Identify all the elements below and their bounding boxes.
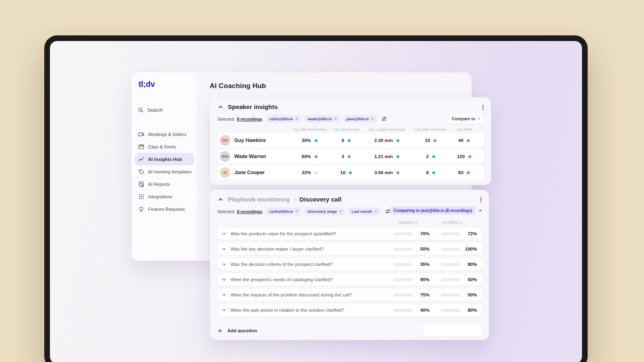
kebab-menu-icon[interactable] xyxy=(478,197,484,203)
speaker-insights-title: Speaker insights xyxy=(228,103,278,111)
sidebar-item-label: Clips & Reels xyxy=(148,144,176,149)
status-dot xyxy=(433,139,436,142)
chevron-down-icon[interactable] xyxy=(222,308,227,313)
kebab-menu-icon[interactable] xyxy=(480,104,486,111)
add-question-label: Add question xyxy=(227,328,257,333)
question-row[interactable]: Was the products value for the prospect … xyxy=(217,228,482,240)
table-row[interactable]: JC Jane Cooper 32% 10 3.56 min 8 83 xyxy=(217,165,484,180)
recordings-link[interactable]: 8 recordings xyxy=(237,117,262,121)
status-dot xyxy=(469,155,471,158)
table-row[interactable]: GH Guy Hawkins 30% 6 2.30 min 10 40 xyxy=(217,133,484,148)
playbook-title-muted: Playbook monitoring xyxy=(228,196,290,203)
column-header: Avg. Questions/h xyxy=(329,128,363,132)
avatar: WW xyxy=(220,151,230,162)
question-row[interactable]: Were the impacts of the problem discusse… xyxy=(217,289,482,301)
status-dot xyxy=(348,139,351,142)
clapperboard-icon xyxy=(138,144,144,150)
search-input[interactable]: Search xyxy=(138,107,192,113)
filter-icon[interactable] xyxy=(381,116,387,122)
close-icon[interactable]: × xyxy=(295,117,298,121)
filter-chip[interactable]: carlo@tldv.io × xyxy=(266,115,301,123)
chevron-down-icon[interactable] xyxy=(222,231,227,236)
comparing-pill: Comparing to jack@tldv.io (8 recordings) xyxy=(390,206,476,215)
filter-chip-label: carlo@tldv.io xyxy=(269,117,293,121)
close-icon[interactable]: × xyxy=(371,117,374,121)
sidebar-item[interactable]: AI Reports xyxy=(135,178,194,190)
speaker-insights-panel: Speaker insights Selected: 8 recordings … xyxy=(210,97,491,185)
metric-value: 3.56 min xyxy=(374,170,393,175)
compare-to-button[interactable]: Compare to › xyxy=(448,113,484,124)
plus-icon xyxy=(217,328,223,333)
score-right: 50% xyxy=(441,292,479,297)
column-header: Avg. WPM xyxy=(451,128,477,132)
metric-value: 32% xyxy=(301,170,311,175)
question-row[interactable]: Were the prospect's needs of cataloging … xyxy=(217,274,482,286)
close-icon[interactable]: × xyxy=(479,208,482,214)
sidebar-item-label: AI Insights Hub xyxy=(148,157,182,162)
filter-chip[interactable]: wade@tldv.io × xyxy=(304,115,340,123)
sidebar-item[interactable]: Integrations xyxy=(135,190,194,203)
progress-track xyxy=(393,294,413,296)
close-icon[interactable]: × xyxy=(374,209,377,214)
score-left: 35% xyxy=(393,262,431,267)
close-icon[interactable]: × xyxy=(295,209,298,214)
trend-sparkline-icon xyxy=(138,156,144,162)
filter-chip-label: jane@tldv.io xyxy=(347,117,369,121)
column-header: Avg. Talk time/meeting xyxy=(290,128,329,132)
sidebar-item[interactable]: AI meeting templates xyxy=(135,165,194,178)
score-left: 75% xyxy=(393,292,431,297)
close-icon[interactable]: × xyxy=(334,117,337,121)
recordings-link[interactable]: 8 recordings xyxy=(237,209,262,214)
column-header: Avg. Filler words/min xyxy=(411,128,451,132)
status-dot xyxy=(315,139,318,142)
tldv-logo: tl;dv xyxy=(138,80,155,89)
metric-value: 60% xyxy=(301,154,311,159)
chevron-down-icon[interactable] xyxy=(222,247,227,251)
sidebar-item[interactable]: Meetings & folders xyxy=(135,128,194,140)
score-right: 80% xyxy=(441,308,479,313)
playbook-monitoring-panel: Playbook monitoring | Discovery call Sel… xyxy=(210,190,489,340)
compare-to-label: Compare to xyxy=(452,116,475,121)
progress-track xyxy=(393,278,413,281)
percent-label: 90% xyxy=(417,277,429,282)
percent-label: 80% xyxy=(464,308,477,313)
collapse-caret-icon[interactable] xyxy=(217,104,224,110)
metric-value: 2.30 min xyxy=(374,138,393,143)
table-row[interactable]: WW Wade Warren 60% 3 1.21 min 2 120 xyxy=(217,149,484,164)
metric-value: 10 xyxy=(341,170,346,175)
score-right: 50% xyxy=(441,277,479,282)
chevron-down-icon[interactable] xyxy=(222,292,227,297)
chevron-down-icon[interactable] xyxy=(222,277,227,282)
metric-value: 1.21 min xyxy=(374,154,393,159)
metric-value: 6 xyxy=(342,138,344,143)
filter-chip[interactable]: jane@tldv.io × xyxy=(343,115,377,123)
question-row[interactable]: Were the pain points in relation to the … xyxy=(217,304,482,316)
close-icon[interactable]: × xyxy=(339,209,342,214)
sidebar-item[interactable]: Feature Requests xyxy=(135,203,194,215)
filter-chip[interactable]: Last month × xyxy=(348,208,380,215)
status-dot xyxy=(432,155,435,158)
lightbulb-icon xyxy=(138,206,144,212)
sidebar-item[interactable]: AI Insights Hub xyxy=(135,153,194,165)
sidebar-item-label: AI meeting templates xyxy=(148,169,192,174)
score-right: 100% xyxy=(441,247,479,251)
selected-label: Selected: xyxy=(217,209,235,214)
video-camera-icon xyxy=(138,131,144,138)
progress-track xyxy=(441,248,460,251)
filter-chip[interactable]: carlo@tldv.io × xyxy=(266,208,301,215)
collapse-caret-icon[interactable] xyxy=(217,196,224,203)
column-header-left: Jack@tldv.io xyxy=(397,220,435,224)
filter-chip-label: wade@tldv.io xyxy=(308,117,332,121)
add-question-button[interactable]: Add question xyxy=(217,328,257,333)
avatar: JC xyxy=(220,167,230,178)
progress-track xyxy=(441,263,460,266)
sidebar-item[interactable]: Clips & Reels xyxy=(135,140,194,153)
question-row[interactable]: Was the key decision maker / buyer clari… xyxy=(217,243,482,255)
score-left: 50% xyxy=(393,247,431,251)
filter-chip[interactable]: Discovery stage × xyxy=(304,208,345,215)
sidebar-nav: Meetings & folders Clips & Reels AI Insi… xyxy=(135,128,194,215)
chevron-down-icon[interactable] xyxy=(222,262,227,267)
question-row[interactable]: Was the decision criteria of the prospec… xyxy=(217,258,482,270)
speaker-name: Wade Warren xyxy=(234,154,266,159)
progress-track xyxy=(441,309,460,312)
